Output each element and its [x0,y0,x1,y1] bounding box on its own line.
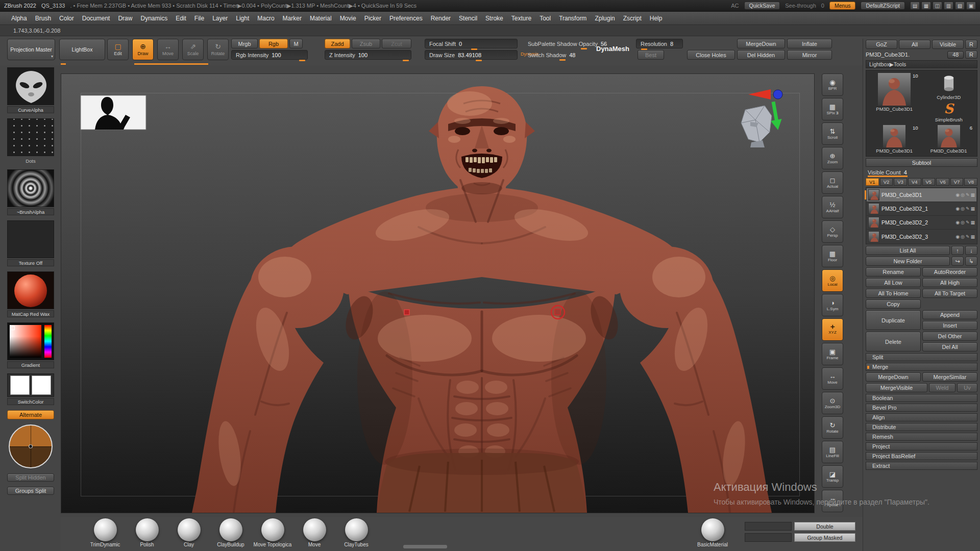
slider-handle[interactable] [868,176,908,177]
canvas-preview-thumbnail[interactable] [81,95,146,130]
menu-item-texture[interactable]: Texture [507,12,535,24]
brush-claytubes[interactable]: ClayTubes [338,518,374,547]
zsub-button[interactable]: Zsub [352,39,380,48]
mrgb-button[interactable]: Mrgb [231,39,258,48]
list-all-button[interactable]: List All [866,246,950,255]
z-intensity-slider[interactable]: Z Intensity 100 [325,50,411,60]
all-to-home-button[interactable]: All To Home [866,289,921,298]
del-all-button[interactable]: Del All [922,342,977,352]
hue-strip[interactable] [44,325,52,358]
resolution-slider[interactable]: Resolution 8 [636,39,683,48]
zoom-button[interactable]: ⊕Zoom [822,147,843,169]
menu-item-alpha[interactable]: Alpha [7,12,31,24]
mergedown-button[interactable]: MergeDown [866,372,921,382]
xpose-button[interactable]: ⇔Xpose [822,490,843,512]
zadd-button[interactable]: Zadd [325,39,350,48]
brush-claybuildup[interactable]: ClayBuildup [213,518,249,547]
quicksave-button[interactable]: QuickSave [744,2,780,10]
all-high-button[interactable]: All High [922,278,977,287]
transp-button[interactable]: ◪Transp [822,465,843,488]
main-color-swatch[interactable] [10,375,30,395]
uv-button[interactable]: Uv [957,383,977,392]
layout-grid-icon[interactable]: ▤ [910,2,920,10]
mergevisible-button[interactable]: MergeVisible [866,383,927,392]
rgb-button[interactable]: Rgb [259,39,288,48]
draw-button[interactable]: ⊕ Draw [132,39,154,60]
move-view-button[interactable]: ↔Move [822,367,843,390]
scale-button[interactable]: ⇗ Scale [182,39,204,60]
color-cursor-icon[interactable] [11,326,15,330]
texture-off-thumbnail[interactable] [7,220,54,258]
eye-all-icon[interactable]: ◎ [961,220,965,225]
restore-button[interactable]: R [965,40,977,49]
subtool-row-2[interactable]: PM3D_Cube3D2_1 ◉◎✎▦ [867,202,976,216]
append-button[interactable]: Append [922,310,977,319]
color-picker[interactable] [7,322,54,360]
layout-panel-icon[interactable]: ▧ [955,2,965,10]
move-button[interactable]: ↔ Move [157,39,179,60]
move-to-folder-icon[interactable]: ↪ [951,257,964,266]
extract-section[interactable]: Extract [866,462,977,470]
spix-slider[interactable]: ▦SPix 3 [822,98,843,120]
duplicate-button[interactable]: Duplicate [866,310,921,330]
menu-item-color[interactable]: Color [55,12,78,24]
menu-item-edit[interactable]: Edit [172,12,190,24]
menu-item-marker[interactable]: Marker [279,12,306,24]
split-hidden-button[interactable]: Split Hidden [7,473,54,482]
slider-handle[interactable] [299,60,305,61]
m-button[interactable]: M [289,39,303,48]
menu-item-movie[interactable]: Movie [336,12,360,24]
move-out-folder-icon[interactable]: ↳ [965,257,977,266]
menu-item-macro[interactable]: Macro [253,12,278,24]
subtool-row-4[interactable]: PM3D_Cube3D2_3 ◉◎✎▦ [867,230,976,243]
layout-columns-icon[interactable]: ▦ [921,2,931,10]
subtool-row-1[interactable]: PM3D_Cube3D1 ◉◎✎▦ [867,188,976,202]
split-section[interactable]: Split [866,353,977,361]
lightbox-button[interactable]: LightBox [59,39,105,60]
tab-v5[interactable]: V5 [922,178,936,186]
mirror-button[interactable]: Mirror [787,50,832,60]
restore-config-button[interactable]: R [965,51,977,59]
mergesimilar-button[interactable]: MergeSimilar [922,372,977,382]
menu-item-zplugin[interactable]: Zplugin [591,12,619,24]
tab-v8[interactable]: V8 [964,178,977,186]
curve-alpha-thumbnail[interactable] [7,67,54,105]
menu-item-dynamics[interactable]: Dynamics [136,12,172,24]
polypaint-icon[interactable]: ✎ [966,192,970,197]
menu-item-document[interactable]: Document [78,12,114,24]
default-zscript-button[interactable]: DefaultZScript [861,2,905,10]
slider-handle[interactable] [403,60,409,61]
tab-v6[interactable]: V6 [936,178,949,186]
zoom3d-button[interactable]: ⊙Zoom3D [822,392,843,414]
boolean-section[interactable]: Boolean [866,394,977,402]
switch-color-label[interactable]: SwitchColor [7,398,54,405]
menu-item-light[interactable]: Light [232,12,253,24]
new-folder-button[interactable]: New Folder [866,257,950,266]
menu-item-tool[interactable]: Tool [535,12,555,24]
tool-thumbnail[interactable]: 10 PM3D_Cube3D1 [868,124,921,154]
dynamesh-section-label[interactable]: DynaMesh [596,45,629,53]
secondary-color-swatch[interactable] [32,375,51,395]
eye-icon[interactable]: ◉ [955,206,960,211]
project-section[interactable]: Project [866,442,977,450]
current-tool-value[interactable]: 48 [947,51,964,59]
close-holes-button[interactable]: Close Holes [687,50,735,60]
matcap-thumbnail[interactable] [7,271,54,309]
bpr-button[interactable]: ◉BPR [822,73,843,96]
menu-item-transform[interactable]: Transform [555,12,591,24]
menu-item-layer[interactable]: Layer [208,12,232,24]
see-through-value[interactable]: 0 [821,3,824,9]
rotate-button[interactable]: ↻ Rotate [207,39,229,60]
focal-shift-slider[interactable]: Focal Shift 0 [425,39,518,48]
copy-button[interactable]: Copy [866,299,921,309]
horizontal-scrollbar[interactable] [403,545,447,548]
uv-icon[interactable]: ▦ [970,220,975,225]
brush-trimdynamic[interactable]: TrimDynamic [87,518,123,547]
tool-thumbnail[interactable]: 6 PM3D_Cube3D1 [922,124,976,154]
tab-v4[interactable]: V4 [908,178,921,186]
switch-shadow-slider[interactable]: Switch Shadow 48 [528,50,594,60]
move-down-button[interactable]: ↓ [965,246,977,255]
local-button[interactable]: ◎Local [822,269,843,292]
eye-all-icon[interactable]: ◎ [961,206,965,211]
projection-master-button[interactable]: Projection Master ▾ [7,39,55,60]
